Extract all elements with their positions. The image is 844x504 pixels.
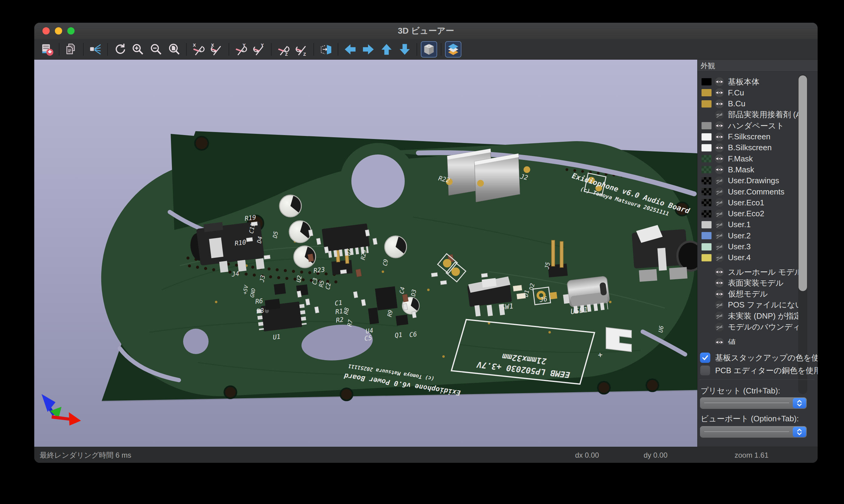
- visibility-off-icon[interactable]: [714, 110, 724, 120]
- reload-board-button[interactable]: [39, 42, 55, 57]
- move-right-button[interactable]: [361, 42, 376, 57]
- layer-color-swatch[interactable]: [702, 232, 711, 239]
- toolbar-separator: [313, 43, 314, 56]
- checkbox-checked-icon[interactable]: [700, 353, 710, 363]
- toolbar-separator: [186, 43, 187, 56]
- silk-label-J4: J4: [231, 270, 240, 278]
- layer-color-swatch[interactable]: [702, 166, 711, 173]
- visibility-on-icon[interactable]: [714, 88, 724, 97]
- silk-label-R19: R19: [244, 214, 257, 222]
- visibility-on-icon[interactable]: [714, 121, 724, 130]
- layer-color-swatch[interactable]: [702, 254, 711, 262]
- divider: [700, 379, 814, 380]
- layer-label: 仮想モデル: [728, 289, 768, 299]
- layer-color-swatch[interactable]: [702, 144, 711, 151]
- dx-status: dx 0.00: [575, 447, 599, 463]
- visibility-off-icon[interactable]: [714, 300, 724, 310]
- visibility-on-icon[interactable]: [714, 165, 724, 175]
- swatch-spacer: [702, 301, 711, 309]
- move-left-button[interactable]: [343, 42, 358, 57]
- zoom-out-button[interactable]: [149, 42, 164, 57]
- layer-color-swatch[interactable]: [702, 221, 711, 228]
- rotate-x-counterclockwise-button[interactable]: X: [209, 42, 224, 57]
- visibility-on-icon[interactable]: [714, 289, 724, 299]
- silk-label-D2: D2: [528, 283, 536, 291]
- visibility-off-icon[interactable]: [714, 253, 724, 263]
- layer-color-swatch[interactable]: [702, 78, 711, 85]
- layer-label: User.Eco1: [728, 198, 764, 208]
- layer-color-swatch[interactable]: [702, 243, 711, 251]
- layer-label: 値: [728, 337, 736, 345]
- zoom-in-button[interactable]: [131, 42, 145, 57]
- combo-value-area: [704, 431, 789, 432]
- rotate-z-counterclockwise-button[interactable]: Z: [294, 42, 309, 57]
- copy-image-button[interactable]: [64, 42, 79, 57]
- visibility-on-icon[interactable]: [714, 337, 724, 344]
- checkbox-unchecked-icon[interactable]: [700, 365, 710, 376]
- swatch-spacer: [702, 312, 711, 320]
- visibility-off-icon[interactable]: [714, 198, 724, 208]
- zoom-to-fit-button[interactable]: [167, 42, 182, 57]
- move-up-button[interactable]: [379, 42, 394, 57]
- layer-color-swatch[interactable]: [702, 155, 711, 162]
- zoom-to-fit-icon: [167, 42, 181, 56]
- move-up-icon: [380, 42, 394, 56]
- rotate-x-clockwise-button[interactable]: X: [191, 42, 206, 57]
- combo-stepper-icon[interactable]: [793, 427, 806, 437]
- visibility-off-icon[interactable]: [714, 220, 724, 230]
- silk-label-Q1: Q1: [394, 331, 403, 339]
- toolbar-separator: [59, 43, 59, 56]
- silk-label-D1: D1: [522, 289, 530, 298]
- silk-label-D3: D3: [410, 289, 417, 297]
- move-down-button[interactable]: [397, 42, 412, 57]
- toolbar-separator: [271, 43, 272, 56]
- visibility-off-icon[interactable]: [714, 209, 724, 219]
- flip-board-button[interactable]: [318, 42, 333, 57]
- scrollbar-thumb[interactable]: [798, 75, 807, 291]
- viewport-select[interactable]: [700, 426, 807, 438]
- visibility-on-icon[interactable]: [714, 267, 724, 277]
- visibility-on-icon[interactable]: [714, 132, 724, 142]
- appearance-layers-button[interactable]: [446, 42, 461, 57]
- render-current-view-button[interactable]: [88, 42, 103, 57]
- layer-color-swatch[interactable]: [702, 188, 711, 195]
- layer-color-swatch[interactable]: [702, 89, 711, 96]
- visibility-off-icon[interactable]: [714, 322, 724, 332]
- combo-stepper-icon[interactable]: [793, 398, 806, 408]
- pcb-copper-colors-checkbox-row[interactable]: PCB エディターの銅色を使用: [700, 364, 815, 377]
- visibility-off-icon[interactable]: [714, 187, 724, 197]
- visibility-on-icon[interactable]: [714, 154, 724, 164]
- render-current-view-icon: [88, 42, 102, 56]
- layer-color-swatch[interactable]: [702, 199, 711, 206]
- layer-color-swatch[interactable]: [702, 100, 711, 108]
- redraw-button[interactable]: [112, 42, 127, 57]
- visibility-on-icon[interactable]: [714, 278, 724, 288]
- rotate-x-clockwise-icon: X: [192, 42, 206, 56]
- visibility-on-icon[interactable]: [714, 143, 724, 152]
- silk-label-J3: J3: [258, 274, 266, 283]
- visibility-off-icon[interactable]: [714, 176, 724, 186]
- layer-color-swatch[interactable]: [702, 177, 711, 184]
- silk-label-C3: C3: [311, 277, 318, 285]
- silk-label-R5: R5: [317, 280, 325, 287]
- visibility-off-icon[interactable]: [714, 242, 724, 252]
- layer-color-swatch[interactable]: [702, 210, 711, 217]
- rotate-y-clockwise-button[interactable]: Y: [234, 42, 248, 57]
- rotate-y-counterclockwise-button[interactable]: Y: [252, 42, 267, 57]
- silk-label-R7: R7: [346, 319, 354, 327]
- visibility-on-icon[interactable]: [714, 99, 724, 109]
- stackup-colors-checkbox-row[interactable]: 基板スタックアップの色を使用: [700, 352, 815, 364]
- layer-color-swatch[interactable]: [702, 133, 711, 141]
- preset-select[interactable]: [700, 397, 807, 409]
- zoom-status: zoom 1.61: [735, 447, 769, 463]
- visibility-off-icon[interactable]: [714, 231, 724, 240]
- layer-color-swatch[interactable]: [702, 111, 711, 119]
- title-bar[interactable]: 3D ビューアー: [34, 23, 817, 39]
- visibility-off-icon[interactable]: [714, 311, 724, 321]
- orthographic-projection-button[interactable]: [421, 42, 436, 57]
- rotate-z-clockwise-button[interactable]: Z: [276, 42, 291, 57]
- silk-label-D5: D5: [271, 231, 279, 239]
- layer-color-swatch[interactable]: [702, 122, 711, 129]
- 3d-viewport[interactable]: Exidiophone v6.0 Audio Board (c) Tomoya …: [34, 60, 697, 447]
- visibility-on-icon[interactable]: [714, 77, 724, 87]
